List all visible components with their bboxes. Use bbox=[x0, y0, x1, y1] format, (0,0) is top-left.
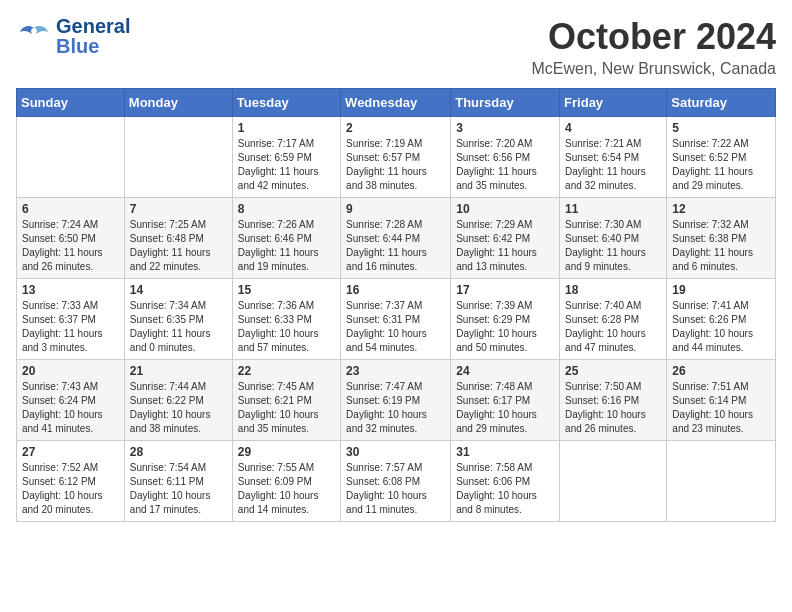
day-number: 16 bbox=[346, 283, 445, 297]
day-number: 15 bbox=[238, 283, 335, 297]
day-number: 10 bbox=[456, 202, 554, 216]
calendar-cell: 19Sunrise: 7:41 AM Sunset: 6:26 PM Dayli… bbox=[667, 279, 776, 360]
day-info: Sunrise: 7:34 AM Sunset: 6:35 PM Dayligh… bbox=[130, 299, 227, 355]
day-number: 19 bbox=[672, 283, 770, 297]
day-number: 25 bbox=[565, 364, 661, 378]
day-info: Sunrise: 7:33 AM Sunset: 6:37 PM Dayligh… bbox=[22, 299, 119, 355]
day-number: 20 bbox=[22, 364, 119, 378]
weekday-header: Friday bbox=[560, 89, 667, 117]
calendar-cell: 23Sunrise: 7:47 AM Sunset: 6:19 PM Dayli… bbox=[341, 360, 451, 441]
day-info: Sunrise: 7:44 AM Sunset: 6:22 PM Dayligh… bbox=[130, 380, 227, 436]
day-info: Sunrise: 7:24 AM Sunset: 6:50 PM Dayligh… bbox=[22, 218, 119, 274]
calendar-cell: 3Sunrise: 7:20 AM Sunset: 6:56 PM Daylig… bbox=[451, 117, 560, 198]
calendar-cell: 12Sunrise: 7:32 AM Sunset: 6:38 PM Dayli… bbox=[667, 198, 776, 279]
day-number: 6 bbox=[22, 202, 119, 216]
day-info: Sunrise: 7:40 AM Sunset: 6:28 PM Dayligh… bbox=[565, 299, 661, 355]
logo-text: General Blue bbox=[56, 16, 130, 56]
calendar-cell: 20Sunrise: 7:43 AM Sunset: 6:24 PM Dayli… bbox=[17, 360, 125, 441]
day-number: 30 bbox=[346, 445, 445, 459]
calendar-cell: 11Sunrise: 7:30 AM Sunset: 6:40 PM Dayli… bbox=[560, 198, 667, 279]
calendar-week-row: 13Sunrise: 7:33 AM Sunset: 6:37 PM Dayli… bbox=[17, 279, 776, 360]
day-info: Sunrise: 7:19 AM Sunset: 6:57 PM Dayligh… bbox=[346, 137, 445, 193]
day-number: 4 bbox=[565, 121, 661, 135]
day-info: Sunrise: 7:36 AM Sunset: 6:33 PM Dayligh… bbox=[238, 299, 335, 355]
day-info: Sunrise: 7:51 AM Sunset: 6:14 PM Dayligh… bbox=[672, 380, 770, 436]
day-number: 8 bbox=[238, 202, 335, 216]
day-number: 26 bbox=[672, 364, 770, 378]
calendar-cell bbox=[17, 117, 125, 198]
day-info: Sunrise: 7:47 AM Sunset: 6:19 PM Dayligh… bbox=[346, 380, 445, 436]
calendar-week-row: 1Sunrise: 7:17 AM Sunset: 6:59 PM Daylig… bbox=[17, 117, 776, 198]
calendar-cell bbox=[124, 117, 232, 198]
day-info: Sunrise: 7:48 AM Sunset: 6:17 PM Dayligh… bbox=[456, 380, 554, 436]
calendar-table: SundayMondayTuesdayWednesdayThursdayFrid… bbox=[16, 88, 776, 522]
calendar-cell: 4Sunrise: 7:21 AM Sunset: 6:54 PM Daylig… bbox=[560, 117, 667, 198]
calendar-header-row: SundayMondayTuesdayWednesdayThursdayFrid… bbox=[17, 89, 776, 117]
day-number: 9 bbox=[346, 202, 445, 216]
calendar-cell: 26Sunrise: 7:51 AM Sunset: 6:14 PM Dayli… bbox=[667, 360, 776, 441]
calendar-cell: 27Sunrise: 7:52 AM Sunset: 6:12 PM Dayli… bbox=[17, 441, 125, 522]
calendar-week-row: 6Sunrise: 7:24 AM Sunset: 6:50 PM Daylig… bbox=[17, 198, 776, 279]
day-info: Sunrise: 7:22 AM Sunset: 6:52 PM Dayligh… bbox=[672, 137, 770, 193]
location-subtitle: McEwen, New Brunswick, Canada bbox=[531, 60, 776, 78]
day-number: 3 bbox=[456, 121, 554, 135]
calendar-cell: 21Sunrise: 7:44 AM Sunset: 6:22 PM Dayli… bbox=[124, 360, 232, 441]
calendar-cell: 25Sunrise: 7:50 AM Sunset: 6:16 PM Dayli… bbox=[560, 360, 667, 441]
weekday-header: Monday bbox=[124, 89, 232, 117]
day-info: Sunrise: 7:21 AM Sunset: 6:54 PM Dayligh… bbox=[565, 137, 661, 193]
calendar-cell: 16Sunrise: 7:37 AM Sunset: 6:31 PM Dayli… bbox=[341, 279, 451, 360]
day-info: Sunrise: 7:55 AM Sunset: 6:09 PM Dayligh… bbox=[238, 461, 335, 517]
day-info: Sunrise: 7:28 AM Sunset: 6:44 PM Dayligh… bbox=[346, 218, 445, 274]
day-number: 12 bbox=[672, 202, 770, 216]
weekday-header: Saturday bbox=[667, 89, 776, 117]
calendar-cell: 22Sunrise: 7:45 AM Sunset: 6:21 PM Dayli… bbox=[232, 360, 340, 441]
calendar-cell: 28Sunrise: 7:54 AM Sunset: 6:11 PM Dayli… bbox=[124, 441, 232, 522]
calendar-cell bbox=[667, 441, 776, 522]
calendar-cell: 18Sunrise: 7:40 AM Sunset: 6:28 PM Dayli… bbox=[560, 279, 667, 360]
page-header: General Blue October 2024 McEwen, New Br… bbox=[16, 16, 776, 78]
day-number: 31 bbox=[456, 445, 554, 459]
calendar-week-row: 27Sunrise: 7:52 AM Sunset: 6:12 PM Dayli… bbox=[17, 441, 776, 522]
day-info: Sunrise: 7:54 AM Sunset: 6:11 PM Dayligh… bbox=[130, 461, 227, 517]
calendar-week-row: 20Sunrise: 7:43 AM Sunset: 6:24 PM Dayli… bbox=[17, 360, 776, 441]
calendar-cell: 30Sunrise: 7:57 AM Sunset: 6:08 PM Dayli… bbox=[341, 441, 451, 522]
day-info: Sunrise: 7:30 AM Sunset: 6:40 PM Dayligh… bbox=[565, 218, 661, 274]
calendar-cell: 5Sunrise: 7:22 AM Sunset: 6:52 PM Daylig… bbox=[667, 117, 776, 198]
calendar-cell bbox=[560, 441, 667, 522]
day-number: 24 bbox=[456, 364, 554, 378]
day-info: Sunrise: 7:29 AM Sunset: 6:42 PM Dayligh… bbox=[456, 218, 554, 274]
calendar-cell: 13Sunrise: 7:33 AM Sunset: 6:37 PM Dayli… bbox=[17, 279, 125, 360]
day-info: Sunrise: 7:43 AM Sunset: 6:24 PM Dayligh… bbox=[22, 380, 119, 436]
calendar-cell: 7Sunrise: 7:25 AM Sunset: 6:48 PM Daylig… bbox=[124, 198, 232, 279]
day-number: 28 bbox=[130, 445, 227, 459]
day-number: 29 bbox=[238, 445, 335, 459]
weekday-header: Wednesday bbox=[341, 89, 451, 117]
day-number: 11 bbox=[565, 202, 661, 216]
day-info: Sunrise: 7:37 AM Sunset: 6:31 PM Dayligh… bbox=[346, 299, 445, 355]
weekday-header: Sunday bbox=[17, 89, 125, 117]
calendar-cell: 29Sunrise: 7:55 AM Sunset: 6:09 PM Dayli… bbox=[232, 441, 340, 522]
day-number: 18 bbox=[565, 283, 661, 297]
day-info: Sunrise: 7:41 AM Sunset: 6:26 PM Dayligh… bbox=[672, 299, 770, 355]
brand-logo: General Blue bbox=[16, 16, 130, 56]
calendar-cell: 15Sunrise: 7:36 AM Sunset: 6:33 PM Dayli… bbox=[232, 279, 340, 360]
day-info: Sunrise: 7:39 AM Sunset: 6:29 PM Dayligh… bbox=[456, 299, 554, 355]
logo-icon bbox=[16, 18, 52, 54]
calendar-cell: 2Sunrise: 7:19 AM Sunset: 6:57 PM Daylig… bbox=[341, 117, 451, 198]
day-info: Sunrise: 7:25 AM Sunset: 6:48 PM Dayligh… bbox=[130, 218, 227, 274]
calendar-cell: 8Sunrise: 7:26 AM Sunset: 6:46 PM Daylig… bbox=[232, 198, 340, 279]
day-number: 22 bbox=[238, 364, 335, 378]
month-year-title: October 2024 bbox=[531, 16, 776, 58]
weekday-header: Thursday bbox=[451, 89, 560, 117]
calendar-cell: 9Sunrise: 7:28 AM Sunset: 6:44 PM Daylig… bbox=[341, 198, 451, 279]
day-number: 21 bbox=[130, 364, 227, 378]
day-number: 1 bbox=[238, 121, 335, 135]
day-info: Sunrise: 7:50 AM Sunset: 6:16 PM Dayligh… bbox=[565, 380, 661, 436]
day-info: Sunrise: 7:26 AM Sunset: 6:46 PM Dayligh… bbox=[238, 218, 335, 274]
day-number: 27 bbox=[22, 445, 119, 459]
calendar-cell: 24Sunrise: 7:48 AM Sunset: 6:17 PM Dayli… bbox=[451, 360, 560, 441]
day-info: Sunrise: 7:58 AM Sunset: 6:06 PM Dayligh… bbox=[456, 461, 554, 517]
day-number: 23 bbox=[346, 364, 445, 378]
day-number: 2 bbox=[346, 121, 445, 135]
day-info: Sunrise: 7:17 AM Sunset: 6:59 PM Dayligh… bbox=[238, 137, 335, 193]
